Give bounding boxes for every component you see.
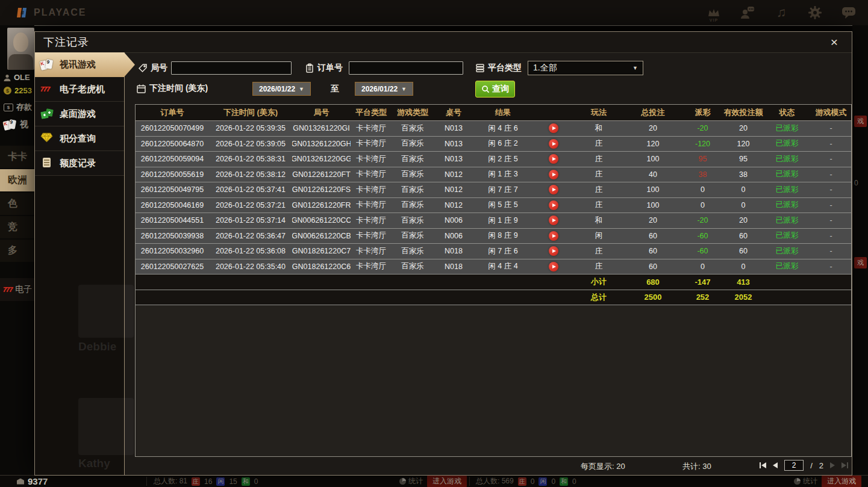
platform-label: 平台类型: [488, 63, 522, 73]
page-input[interactable]: [784, 460, 804, 471]
replay-button[interactable]: [549, 123, 558, 133]
header-4: 游戏类型: [392, 105, 434, 120]
slots-icon: 777: [40, 83, 55, 95]
cell-total: 20: [623, 213, 683, 228]
badge-count: 0: [254, 477, 258, 486]
cell-round: GN013261220GH: [292, 137, 351, 152]
search-button-label: 查询: [492, 84, 509, 95]
stats-button[interactable]: 统计: [399, 476, 423, 486]
deposit-icon: $: [4, 104, 13, 111]
sidebar-item-quota-record[interactable]: 额度记录: [35, 151, 124, 176]
lobby-nav-item-3[interactable]: 竞: [0, 216, 34, 238]
music-icon[interactable]: ♫: [773, 4, 790, 21]
user-avatar[interactable]: [7, 28, 34, 70]
support-chat-icon[interactable]: [739, 4, 756, 21]
replay-button[interactable]: [549, 246, 558, 256]
cell-game: 百家乐: [392, 244, 434, 259]
cell-payout: -20: [683, 213, 722, 228]
deposit-row[interactable]: $ 存款: [4, 102, 32, 113]
sum-spacer: [810, 290, 852, 305]
sum-spacer: [392, 275, 434, 290]
cell-platform: 卡卡湾厅: [351, 121, 392, 136]
cell-game: 百家乐: [392, 259, 434, 275]
chat-bubble-icon[interactable]: [840, 4, 857, 21]
lobby-slots-item[interactable]: 777 电子: [0, 278, 34, 301]
cell-order: 260122050059094: [136, 152, 209, 167]
modal-title-bar: 下注记录: [35, 32, 852, 53]
chevron-down-icon: ▼: [632, 65, 638, 71]
dice-icon: [40, 108, 55, 120]
lobby-nav-item-1[interactable]: 欧洲: [0, 169, 34, 191]
modal-content: 局号 订单号 平台类型 1.全部 ▼: [124, 52, 852, 475]
platform-select[interactable]: 1.全部 ▼: [528, 61, 643, 75]
sum-spacer: [473, 290, 532, 305]
table-row: 2601220500648702026-01-22 05:39:05GN0132…: [136, 137, 851, 152]
cell-replay: [532, 244, 575, 259]
stats-button[interactable]: 统计: [794, 476, 817, 486]
replay-button[interactable]: [549, 154, 558, 164]
total-players-label: 总人数: 81: [154, 476, 187, 486]
cell-time: 2026-01-22 05:38:12: [209, 167, 292, 182]
sidebar-item-slots[interactable]: 777电子老虎机: [35, 77, 124, 102]
document-icon: [40, 157, 55, 169]
replay-button[interactable]: [549, 170, 558, 179]
cell-time: 2026-01-22 05:37:21: [209, 198, 292, 213]
vip-icon[interactable]: VIP: [705, 4, 722, 21]
lobby-nav-item-2[interactable]: 色: [0, 193, 34, 215]
online-count: 9377: [28, 476, 48, 486]
badge-闲: 闲: [216, 477, 225, 486]
cell-game: 百家乐: [392, 121, 434, 136]
search-button[interactable]: 查询: [475, 81, 515, 98]
replay-button[interactable]: [549, 262, 558, 271]
enter-game-button[interactable]: 进入游戏: [822, 476, 861, 487]
last-page-button[interactable]: [841, 462, 848, 468]
prev-page-button[interactable]: [773, 462, 778, 468]
table-footer: 每页显示: 20 共计: 30 / 2: [135, 457, 852, 475]
round-label: 局号: [151, 63, 167, 73]
replay-button[interactable]: [549, 139, 558, 149]
lobby-video-tab[interactable]: K9 视: [4, 119, 28, 130]
settings-gear-icon[interactable]: [807, 4, 823, 21]
cell-play: 和: [575, 121, 623, 136]
first-page-button[interactable]: [760, 462, 766, 468]
next-page-button[interactable]: [830, 462, 835, 468]
cell-game: 百家乐: [392, 213, 434, 228]
replay-button[interactable]: [549, 185, 558, 194]
sidebar-item-points-query[interactable]: 积分查询: [35, 126, 124, 151]
cell-game: 百家乐: [392, 182, 434, 197]
cell-platform: 卡卡湾厅: [351, 182, 392, 197]
cell-mode: -: [810, 167, 852, 182]
enter-game-button[interactable]: 进入游戏: [427, 476, 467, 487]
cell-mode: -: [810, 152, 852, 167]
sidebar-item-label: 积分查询: [60, 133, 96, 144]
sidebar-item-table-games[interactable]: 桌面游戏: [35, 102, 124, 126]
sidebar-item-video-games[interactable]: K9视讯游戏: [35, 52, 135, 77]
close-icon[interactable]: ×: [826, 34, 842, 50]
badge-庄: 庄: [518, 477, 526, 486]
cell-result: 闲 4 庄 4: [473, 259, 532, 275]
calendar-icon: [136, 84, 146, 94]
lobby-nav-item-0[interactable]: 卡卡: [0, 146, 34, 168]
cell-time: 2026-01-22 05:39:35: [209, 121, 292, 136]
subtotal-row: 小计680-147413: [136, 275, 851, 290]
cell-valid: 38: [722, 167, 764, 182]
date-to-picker[interactable]: 2026/01/22 ▼: [355, 82, 413, 96]
platform-label-row: 平台类型: [475, 61, 522, 75]
sum-valid: 2052: [722, 290, 764, 305]
sum-spacer: [434, 275, 473, 290]
pie-icon: [399, 478, 406, 485]
replay-button[interactable]: [549, 231, 558, 241]
order-input[interactable]: [349, 61, 463, 75]
lobby-nav-item-4[interactable]: 多: [0, 240, 34, 262]
replay-button[interactable]: [549, 216, 558, 225]
cell-mode: -: [810, 213, 852, 228]
sum-spacer: [532, 290, 575, 305]
round-input[interactable]: [171, 61, 292, 75]
replay-button[interactable]: [549, 200, 558, 210]
modal-sidebar: K9视讯游戏777电子老虎机桌面游戏积分查询额度记录: [35, 52, 125, 475]
date-from-picker[interactable]: 2026/01/22 ▼: [252, 82, 311, 96]
cell-order: 260122050044551: [136, 213, 209, 228]
badge-count: 0: [572, 477, 576, 486]
cell-payout: 0: [683, 259, 722, 275]
cell-valid: 0: [722, 198, 764, 213]
